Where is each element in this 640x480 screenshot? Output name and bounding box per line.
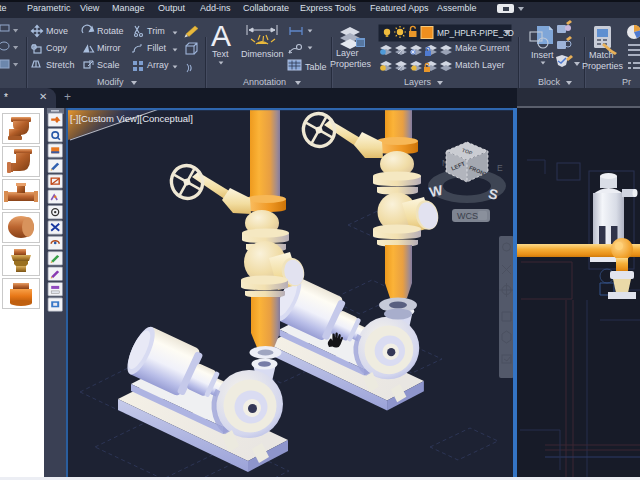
svg-text:WCS: WCS	[457, 211, 478, 221]
svg-text:E: E	[497, 163, 503, 173]
svg-text:[-][Custom View][Conceptual]: [-][Custom View][Conceptual]	[70, 113, 193, 124]
